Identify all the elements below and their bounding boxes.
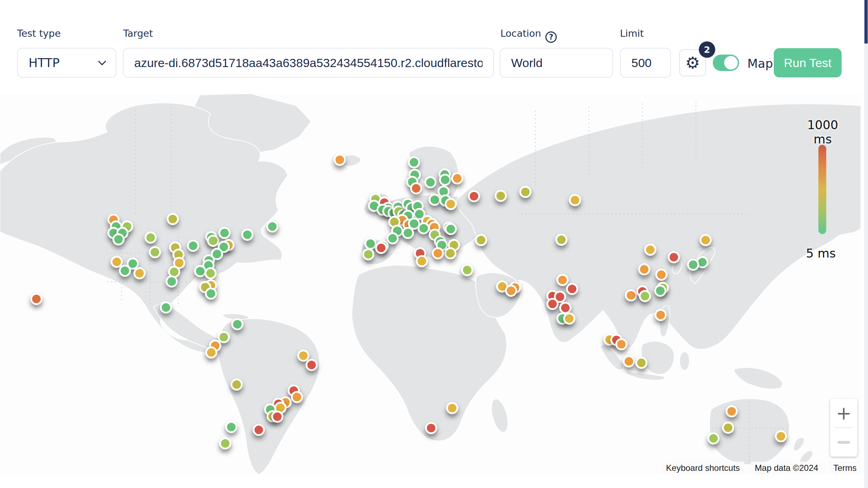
latency-marker[interactable] [266,220,278,233]
help-icon[interactable]: ? [545,31,557,43]
legend-max-label: 1000 ms [798,118,848,146]
latency-marker[interactable] [416,255,428,267]
latency-marker[interactable] [635,357,647,369]
latency-marker[interactable] [654,285,666,297]
latency-marker[interactable] [775,430,787,442]
latency-marker[interactable] [410,182,422,194]
latency-marker[interactable] [418,222,430,234]
latency-marker[interactable] [687,259,699,271]
latency-marker[interactable] [639,290,651,302]
latency-marker[interactable] [362,248,374,260]
latency-marker[interactable] [446,402,458,414]
latency-marker[interactable] [425,422,437,434]
latency-marker[interactable] [444,247,456,259]
terms-link[interactable]: Terms [829,462,861,474]
latency-marker[interactable] [207,235,219,247]
latency-marker[interactable] [445,198,457,210]
latency-marker[interactable] [149,246,161,258]
latency-marker[interactable] [451,172,463,184]
latency-marker[interactable] [495,190,507,202]
latency-marker[interactable] [429,194,441,206]
location-input[interactable] [500,48,613,78]
latency-marker[interactable] [166,275,178,288]
latency-marker[interactable] [546,298,559,310]
keyboard-shortcuts-link[interactable]: Keyboard shortcuts [662,462,744,474]
latency-marker[interactable] [559,302,571,314]
zoom-out-button[interactable] [830,428,857,457]
target-label: Target [123,28,153,39]
latency-marker[interactable] [187,240,199,252]
latency-marker[interactable] [424,176,436,188]
latency-marker[interactable] [563,312,575,325]
latency-marker[interactable] [566,283,578,295]
latency-marker[interactable] [334,154,346,166]
legend-gradient-bar [818,145,826,234]
latency-marker[interactable] [439,174,451,186]
latency-marker[interactable] [231,378,243,391]
chevron-down-icon [98,57,106,66]
latency-marker[interactable] [225,421,237,433]
world-map[interactable]: Google [0,94,861,474]
latency-marker[interactable] [623,355,635,367]
latency-marker[interactable] [387,232,399,244]
target-input[interactable] [123,48,494,78]
latency-marker[interactable] [205,288,217,300]
latency-marker[interactable] [205,346,217,359]
limit-label: Limit [620,28,644,39]
latency-marker[interactable] [306,359,318,371]
latency-test-app: Test type Target Location? Limit HTTP ⚙ … [0,0,868,488]
latency-marker[interactable] [556,274,569,286]
latency-marker[interactable] [432,247,444,259]
scrollbar-track[interactable] [864,0,868,488]
latency-marker[interactable] [291,391,303,403]
latency-marker[interactable] [271,411,283,423]
latency-marker[interactable] [461,264,473,276]
latency-marker[interactable] [726,405,738,417]
latency-marker[interactable] [468,190,480,202]
settings-badge: 2 [699,41,715,58]
latency-marker[interactable] [402,227,414,239]
latency-marker[interactable] [668,251,680,263]
latency-marker[interactable] [638,263,650,275]
latency-marker[interactable] [700,234,712,246]
latency-marker[interactable] [707,432,720,444]
latency-marker[interactable] [519,186,531,198]
latency-marker[interactable] [167,213,179,225]
limit-input[interactable] [620,48,671,78]
latency-marker[interactable] [505,285,517,297]
run-test-button[interactable]: Run Test [774,48,842,77]
latency-marker[interactable] [569,194,581,206]
scrollbar-thumb[interactable] [864,0,868,44]
latency-marker[interactable] [145,232,157,244]
latency-marker[interactable] [655,269,667,281]
latency-marker[interactable] [205,267,217,279]
latency-marker[interactable] [615,338,627,350]
latency-marker[interactable] [231,318,243,330]
latency-marker[interactable] [408,156,420,168]
latency-marker[interactable] [364,238,377,250]
latency-marker[interactable] [445,223,457,235]
map-toggle[interactable] [713,55,739,71]
location-label: Location? [500,28,557,43]
latency-marker[interactable] [30,293,42,305]
latency-marker[interactable] [218,227,231,239]
map-attribution: Keyboard shortcuts Map data ©2024 Terms [662,462,861,474]
latency-marker[interactable] [133,267,146,279]
latency-marker[interactable] [555,234,567,246]
gear-icon: ⚙ [685,53,700,72]
latency-marker[interactable] [119,265,131,277]
latency-marker[interactable] [160,301,172,314]
latency-marker[interactable] [655,309,667,321]
latency-marker[interactable] [722,422,734,434]
test-type-select[interactable]: HTTP [17,48,116,78]
latency-marker[interactable] [625,289,637,301]
latency-marker[interactable] [112,233,125,245]
toggle-knob [724,56,738,70]
zoom-in-button[interactable]: + [830,399,857,427]
latency-marker[interactable] [375,242,387,254]
latency-marker[interactable] [241,229,253,241]
latency-marker[interactable] [475,234,487,246]
latency-marker[interactable] [219,437,231,449]
latency-marker[interactable] [253,424,265,436]
latency-marker[interactable] [644,244,656,256]
